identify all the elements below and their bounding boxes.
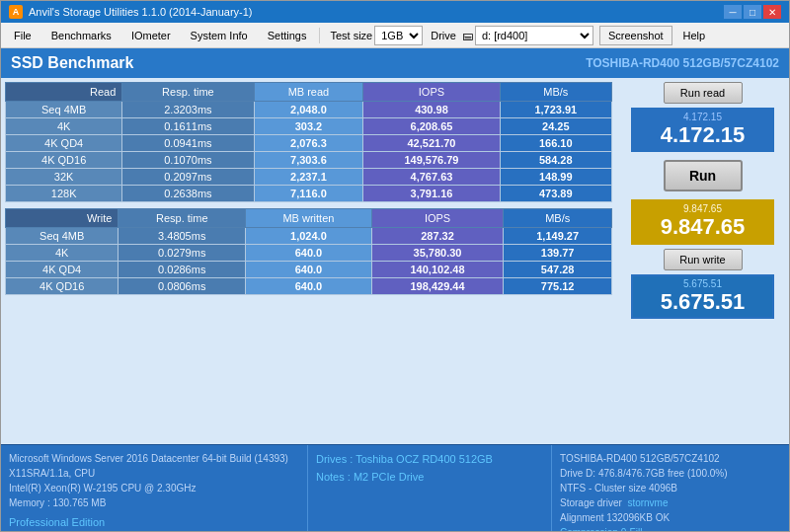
menu-iometer[interactable]: IOmeter <box>122 27 180 44</box>
read-row-mbs: 473.89 <box>500 186 611 202</box>
write-row-mb: 1,024.0 <box>246 228 372 245</box>
resp-time-col-header: Resp. time <box>122 83 254 102</box>
run-button[interactable]: Run <box>664 160 743 191</box>
iops-col-header: IOPS <box>363 83 500 102</box>
main-content: Read Resp. time MB read IOPS MB/s Seq 4M… <box>1 78 789 444</box>
screenshot-button[interactable]: Screenshot <box>599 26 672 45</box>
drive-select[interactable]: d: [rd400] <box>475 26 593 45</box>
write-row-resp: 3.4805ms <box>118 228 246 245</box>
bottom-right: TOSHIBA-RD400 512GB/57CZ4102 Drive D: 47… <box>552 445 789 532</box>
menu-help[interactable]: Help <box>674 27 715 44</box>
read-row-iops: 42,521.70 <box>363 135 500 152</box>
write-table-row: 4K 0.0279ms 640.0 35,780.30 139.77 <box>6 245 612 262</box>
write-row-label: 4K QD4 <box>6 262 118 278</box>
bottom-left: Microsoft Windows Server 2016 Datacenter… <box>1 445 307 532</box>
mbs-write-col-header: MB/s <box>504 209 612 228</box>
write-row-label: 4K <box>6 245 118 262</box>
title-bar-left: A Anvil's Storage Utilities 1.1.0 (2014-… <box>9 5 252 19</box>
read-row-label: Seq 4MB <box>6 102 122 118</box>
read-row-iops: 3,791.16 <box>363 186 500 202</box>
write-table: Write Resp. time MB written IOPS MB/s Se… <box>5 208 612 295</box>
read-row-resp: 0.0941ms <box>122 135 254 152</box>
app-icon: A <box>9 5 23 19</box>
right-line1: TOSHIBA-RD400 512GB/57CZ4102 <box>560 451 781 466</box>
close-button[interactable]: ✕ <box>763 5 781 19</box>
drive-icon: 🖴 <box>462 30 473 41</box>
write-table-row: 4K QD4 0.0286ms 640.0 140,102.48 547.28 <box>6 262 612 278</box>
write-row-resp: 0.0279ms <box>118 245 246 262</box>
write-row-mbs: 547.28 <box>504 262 612 278</box>
menu-file[interactable]: File <box>5 27 40 44</box>
read-table-row: 32K 0.2097ms 2,237.1 4,767.63 148.99 <box>6 169 612 186</box>
bottom-center: Drives : Toshiba OCZ RD400 512GB Notes :… <box>307 445 552 532</box>
right-line2: Drive D: 476.8/476.7GB free (100.0%) <box>560 466 781 481</box>
read-table-row: 4K 0.1611ms 303.2 6,208.65 24.25 <box>6 118 612 135</box>
table-area: Read Resp. time MB read IOPS MB/s Seq 4M… <box>1 78 616 444</box>
sys-line4: Memory : 130.765 MB <box>9 495 299 510</box>
write-row-label: 4K QD16 <box>6 278 118 295</box>
write-row-mb: 640.0 <box>246 245 372 262</box>
read-row-mbs: 24.25 <box>500 118 611 135</box>
notes-info: Notes : M2 PCIe Drive <box>316 469 543 487</box>
write-row-label: Seq 4MB <box>6 228 118 245</box>
read-row-mb: 2,237.1 <box>254 169 363 186</box>
write-row-resp: 0.0286ms <box>118 262 246 278</box>
right-line6: Compression 0-Fill <box>560 525 781 532</box>
total-score-label: 9.847.65 <box>635 203 770 214</box>
write-table-row: Seq 4MB 3.4805ms 1,024.0 287.32 1,149.27 <box>6 228 612 245</box>
write-row-mb: 640.0 <box>246 278 372 295</box>
total-score-box: 9.847.65 9.847.65 <box>631 199 774 244</box>
write-row-mbs: 1,149.27 <box>504 228 612 245</box>
run-read-button[interactable]: Run read <box>664 82 743 104</box>
header-device: TOSHIBA-RD400 512GB/57CZ4102 <box>586 56 779 70</box>
window-title: Anvil's Storage Utilities 1.1.0 (2014-Ja… <box>29 6 252 18</box>
menu-benchmarks[interactable]: Benchmarks <box>42 27 120 44</box>
read-row-iops: 149,576.79 <box>363 152 500 169</box>
read-score-label: 4.172.15 <box>635 112 770 122</box>
read-row-mb: 303.2 <box>254 118 363 135</box>
read-row-iops: 430.98 <box>363 102 500 118</box>
read-row-iops: 6,208.65 <box>363 118 500 135</box>
read-row-mbs: 148.99 <box>500 169 611 186</box>
header-banner: SSD Benchmark TOSHIBA-RD400 512GB/57CZ41… <box>1 48 789 78</box>
read-row-iops: 4,767.63 <box>363 169 500 186</box>
write-score-box: 5.675.51 5.675.51 <box>631 274 774 319</box>
read-row-label: 4K QD16 <box>6 152 122 169</box>
resp-time-write-col-header: Resp. time <box>118 209 246 228</box>
read-score-value: 4.172.15 <box>635 122 770 148</box>
separator-1 <box>319 28 320 43</box>
write-row-mbs: 775.12 <box>504 278 612 295</box>
minimize-button[interactable]: ─ <box>724 5 742 19</box>
right-line4: Storage driver stornvme <box>560 495 781 510</box>
mb-read-col-header: MB read <box>254 83 363 102</box>
drives-info: Drives : Toshiba OCZ RD400 512GB <box>316 451 543 469</box>
right-line5: Alignment 132096KB OK <box>560 510 781 525</box>
write-score-label: 5.675.51 <box>635 278 770 289</box>
maximize-button[interactable]: □ <box>744 5 761 19</box>
sys-line3: Intel(R) Xeon(R) W-2195 CPU @ 2.30GHz <box>9 481 299 495</box>
write-col-header: Write <box>6 209 118 228</box>
sys-line1: Microsoft Windows Server 2016 Datacenter… <box>9 451 299 466</box>
write-row-mb: 640.0 <box>246 262 372 278</box>
menu-settings[interactable]: Settings <box>259 27 316 44</box>
professional-edition: Professional Edition <box>9 514 299 531</box>
header-title: SSD Benchmark <box>11 54 134 72</box>
write-row-iops: 140,102.48 <box>371 262 504 278</box>
read-row-label: 32K <box>6 169 122 186</box>
menu-system-info[interactable]: System Info <box>182 27 257 44</box>
read-row-mb: 7,116.0 <box>254 186 363 202</box>
write-row-iops: 198,429.44 <box>371 278 504 295</box>
write-row-resp: 0.0806ms <box>118 278 246 295</box>
read-row-label: 4K <box>6 118 122 135</box>
test-size-select[interactable]: 1GB 4GB 8GB <box>374 26 423 45</box>
write-row-iops: 287.32 <box>371 228 504 245</box>
mb-written-col-header: MB written <box>246 209 372 228</box>
right-line3: NTFS - Cluster size 4096B <box>560 481 781 495</box>
read-row-resp: 0.2097ms <box>122 169 254 186</box>
read-row-resp: 0.1611ms <box>122 118 254 135</box>
read-row-resp: 0.1070ms <box>122 152 254 169</box>
run-write-button[interactable]: Run write <box>664 249 743 270</box>
read-row-mb: 2,048.0 <box>254 102 363 118</box>
read-table-row: 4K QD4 0.0941ms 2,076.3 42,521.70 166.10 <box>6 135 612 152</box>
read-col-header: Read <box>6 83 122 102</box>
